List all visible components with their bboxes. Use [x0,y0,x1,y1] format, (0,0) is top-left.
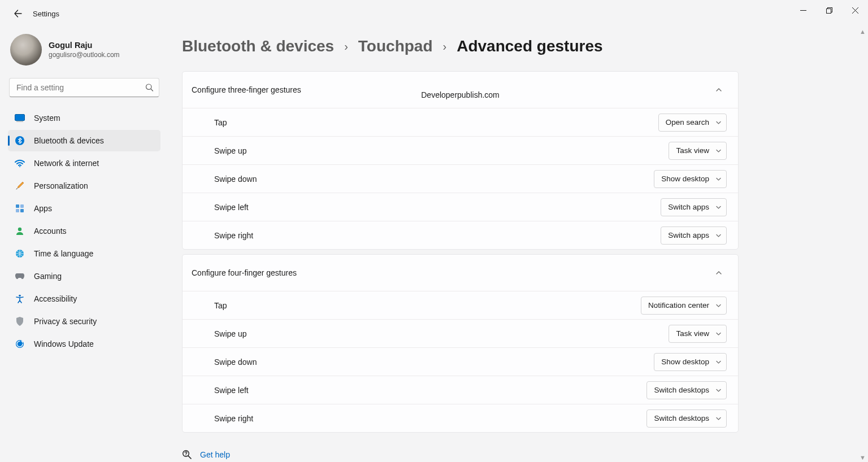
scrollbar-arrow-up[interactable]: ▲ [860,28,866,35]
sidebar-item-system[interactable]: System [8,107,160,129]
panel-three-finger-gestures: Configure three-finger gestures Develope… [182,71,739,250]
sidebar-item-label: Time & language [34,249,93,258]
breadcrumb-separator: › [344,40,348,53]
panel-title: Configure three-finger gestures [192,85,301,94]
gesture-dropdown[interactable]: Open search [658,114,727,132]
sidebar-item-privacy-security[interactable]: Privacy & security [8,311,160,332]
chevron-up-icon [715,86,722,93]
breadcrumb-separator: › [443,40,447,53]
get-help-link[interactable]: Get help [200,450,230,459]
breadcrumb-touchpad[interactable]: Touchpad [358,37,433,55]
gesture-dropdown[interactable]: Notification center [641,297,727,315]
sidebar-item-bluetooth-devices[interactable]: Bluetooth & devices [8,130,160,151]
svg-rect-4 [16,121,23,122]
chevron-down-icon [715,302,722,308]
sidebar-item-accounts[interactable]: Accounts [8,220,160,242]
gesture-row: Tap Notification center [183,291,738,319]
gesture-dropdown[interactable]: Switch desktops [646,409,727,428]
bluetooth-icon [15,136,25,146]
gesture-row: Swipe left Switch apps [183,193,738,221]
svg-point-11 [18,228,21,231]
back-button[interactable] [11,7,25,20]
close-icon [852,7,858,14]
title-bar: Settings [0,0,868,27]
gesture-label: Swipe right [214,414,253,423]
sidebar-item-gaming[interactable]: Gaming [8,265,160,287]
gesture-label: Swipe up [214,329,247,338]
sidebar-item-time-language[interactable]: Time & language [8,243,160,264]
dropdown-value: Switch desktops [654,386,709,394]
sidebar: Gogul Raju gogulisro@outlook.com System [0,27,168,462]
gesture-label: Swipe down [214,175,257,184]
gesture-row: Swipe right Switch apps [183,221,738,249]
gesture-dropdown[interactable]: Task view [669,142,727,160]
panel-four-finger-gestures: Configure four-finger gestures Tap Notif… [182,254,739,433]
globe-clock-icon [15,249,25,259]
avatar [10,34,42,66]
svg-point-6 [19,166,20,167]
scrollbar-arrow-down[interactable]: ▼ [860,454,866,461]
svg-rect-1 [826,8,831,13]
gesture-dropdown[interactable]: Show desktop [654,170,727,188]
close-button[interactable] [842,0,868,20]
sidebar-item-label: Windows Update [34,339,94,348]
help-icon [182,450,192,460]
gesture-dropdown[interactable]: Switch apps [661,198,727,216]
chevron-down-icon [715,232,722,238]
search-input[interactable] [9,78,159,97]
chevron-down-icon [715,387,722,393]
maximize-button[interactable] [816,0,842,20]
app-title: Settings [33,10,59,18]
wifi-icon [15,158,25,168]
sidebar-item-network-internet[interactable]: Network & internet [8,152,160,174]
dropdown-value: Open search [666,118,709,127]
content: Bluetooth & devices › Touchpad › Advance… [168,27,868,462]
chevron-down-icon [715,330,722,337]
sidebar-item-windows-update[interactable]: Windows Update [8,333,160,355]
gesture-row: Swipe up Task view [183,136,738,164]
chevron-down-icon [715,359,722,365]
gesture-dropdown[interactable]: Task view [669,325,727,343]
gesture-dropdown[interactable]: Show desktop [654,353,727,371]
person-icon [15,226,25,236]
breadcrumb-bluetooth-devices[interactable]: Bluetooth & devices [182,37,334,55]
chevron-down-icon [715,119,722,125]
account-name: Gogul Raju [49,41,120,50]
system-icon [15,113,25,123]
accessibility-icon [15,294,25,304]
dropdown-value: Show desktop [661,358,709,366]
sidebar-item-label: Accounts [34,226,67,236]
shield-icon [15,316,25,326]
sidebar-item-apps[interactable]: Apps [8,198,160,219]
panel-header-three-finger[interactable]: Configure three-finger gestures Develope… [183,72,738,108]
search-icon [145,84,154,92]
svg-rect-7 [16,204,19,208]
minimize-icon [800,7,806,14]
gesture-label: Swipe left [214,203,249,212]
sidebar-item-label: Gaming [34,272,62,281]
account-section[interactable]: Gogul Raju gogulisro@outlook.com [8,32,160,76]
panel-header-four-finger[interactable]: Configure four-finger gestures [183,255,738,291]
sidebar-item-label: Network & internet [34,159,99,168]
dropdown-value: Switch apps [668,231,709,239]
gesture-dropdown[interactable]: Switch desktops [646,381,727,399]
chevron-down-icon [715,415,722,421]
maximize-icon [826,7,832,14]
gesture-dropdown[interactable]: Switch apps [661,226,727,245]
gesture-row: Swipe down Show desktop [183,164,738,193]
sidebar-item-label: Apps [34,204,52,213]
sidebar-item-label: System [34,114,60,123]
window-controls [790,0,868,20]
dropdown-value: Switch apps [668,203,709,211]
sidebar-nav: System Bluetooth & devices Network & int… [8,107,160,355]
content-wrap: ▲ ▼ Bluetooth & devices › Touchpad › Adv… [168,27,868,462]
apps-icon [15,203,25,213]
breadcrumb-current: Advanced gestures [457,37,602,55]
chevron-up-icon [715,269,722,276]
sidebar-item-accessibility[interactable]: Accessibility [8,288,160,310]
minimize-button[interactable] [790,0,816,20]
sidebar-item-personalization[interactable]: Personalization [8,175,160,197]
svg-rect-8 [20,204,24,208]
breadcrumb: Bluetooth & devices › Touchpad › Advance… [182,37,854,55]
dropdown-value: Notification center [648,301,709,310]
